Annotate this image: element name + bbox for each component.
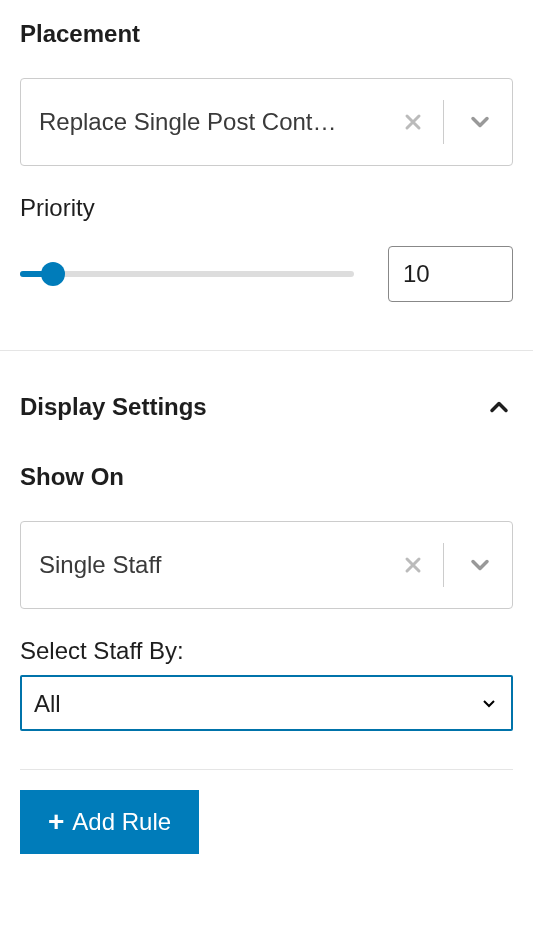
chevron-up-icon — [485, 393, 513, 421]
close-icon[interactable] — [383, 110, 443, 134]
placement-select-value: Replace Single Post Cont… — [39, 108, 383, 136]
priority-slider[interactable] — [20, 262, 354, 286]
slider-track — [20, 271, 354, 277]
chevron-down-icon[interactable] — [444, 551, 494, 579]
show-on-title: Show On — [20, 463, 513, 491]
select-staff-dropdown[interactable]: All — [20, 675, 513, 731]
priority-label: Priority — [20, 194, 513, 222]
display-settings-title: Display Settings — [20, 393, 207, 421]
priority-slider-row — [20, 246, 513, 302]
plus-icon: + — [48, 808, 64, 836]
add-rule-label: Add Rule — [72, 808, 171, 836]
show-on-select-value: Single Staff — [39, 551, 383, 579]
close-icon[interactable] — [383, 553, 443, 577]
display-settings-header[interactable]: Display Settings — [20, 351, 513, 463]
chevron-down-icon[interactable] — [444, 108, 494, 136]
add-rule-button[interactable]: + Add Rule — [20, 790, 199, 854]
bottom-divider — [20, 769, 513, 770]
select-staff-label: Select Staff By: — [20, 637, 513, 665]
placement-select[interactable]: Replace Single Post Cont… — [20, 78, 513, 166]
priority-input[interactable] — [388, 246, 513, 302]
show-on-select[interactable]: Single Staff — [20, 521, 513, 609]
slider-thumb[interactable] — [41, 262, 65, 286]
placement-title: Placement — [20, 20, 513, 48]
